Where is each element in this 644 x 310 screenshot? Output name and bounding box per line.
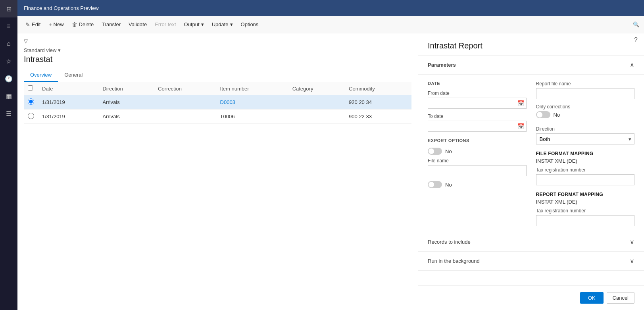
records-to-include-section-header[interactable]: Records to include ∨ — [418, 233, 644, 252]
cell-commodity-1: 920 20 34 — [345, 95, 411, 110]
delete-button[interactable]: 🗑 Delete — [69, 20, 97, 29]
file-format-tax-reg-group: Tax registration number — [536, 167, 635, 185]
list-icon[interactable]: ☰ — [0, 105, 17, 122]
report-file-name-input[interactable] — [536, 88, 635, 99]
left-nav: ⊞ ≡ ⌂ ☆ 🕐 ▦ ☰ — [0, 0, 17, 310]
report-format-section: REPORT FORMAT MAPPING INSTAT XML (DE) Ta… — [536, 192, 635, 226]
col-header-item-number: Item number — [216, 82, 288, 95]
options-button[interactable]: Options — [238, 20, 262, 29]
to-date-group: To date 📅 — [428, 114, 527, 132]
cell-date-2: 1/31/2019 — [38, 110, 98, 124]
validate-button[interactable]: Validate — [125, 20, 150, 29]
direction-group: Direction Both Arrivals Dispatches — [536, 126, 635, 144]
cell-category-1 — [288, 95, 345, 110]
run-in-background-section-header[interactable]: Run in the background ∨ — [418, 252, 644, 271]
file-format-tax-reg-label: Tax registration number — [536, 167, 635, 173]
tab-general[interactable]: General — [58, 69, 89, 82]
col-header-category: Category — [288, 82, 345, 95]
tab-overview[interactable]: Overview — [24, 69, 58, 82]
to-date-input[interactable] — [428, 121, 527, 132]
data-table: Date Direction Correction Item number Ca… — [24, 82, 411, 124]
report-file-name-label: Report file name — [536, 81, 635, 87]
output-button[interactable]: Output ▾ — [181, 20, 207, 29]
report-format-tax-reg-group: Tax registration number — [536, 208, 635, 226]
direction-select-wrapper: Both Arrivals Dispatches — [536, 133, 635, 144]
file-name-group: File name — [428, 158, 527, 176]
view-chevron-icon: ▾ — [58, 47, 61, 53]
report-file-name-group: Report file name — [536, 81, 635, 99]
new-button[interactable]: + New — [45, 20, 67, 29]
file-format-tax-reg-input[interactable] — [536, 174, 635, 185]
records-to-include-label: Records to include — [428, 239, 471, 245]
row-radio-2[interactable] — [28, 113, 34, 119]
ok-button[interactable]: OK — [580, 292, 604, 304]
from-date-calendar-icon[interactable]: 📅 — [517, 100, 524, 106]
view-selector[interactable]: Standard view ▾ — [24, 47, 411, 53]
search-icon[interactable]: 🔍 — [633, 21, 639, 27]
generate-file-toggle[interactable] — [428, 148, 442, 155]
col-header-date: Date — [38, 82, 98, 95]
col-header-correction: Correction — [154, 82, 216, 95]
generate-file-value: No — [445, 148, 452, 154]
cell-item-number-2: T0006 — [216, 110, 288, 124]
parameters-chevron-icon: ∧ — [630, 61, 634, 69]
direction-label: Direction — [536, 126, 635, 132]
generate-report-toggle[interactable] — [428, 181, 442, 188]
filter-icon[interactable]: ▽ — [24, 38, 28, 44]
file-format-mapping-value: INSTAT XML (DE) — [536, 158, 635, 164]
file-format-mapping-title: FILE FORMAT MAPPING — [536, 151, 635, 156]
cell-correction-1 — [154, 95, 216, 110]
update-button[interactable]: Update ▾ — [209, 20, 236, 29]
export-options-label: EXPORT OPTIONS — [428, 138, 527, 143]
generate-report-value: No — [445, 182, 452, 188]
cell-direction-1: Arrivals — [98, 95, 154, 110]
left-col: DATE From date 📅 To date — [428, 81, 527, 226]
cell-correction-2 — [154, 110, 216, 124]
panel-title: Intrastat Report — [428, 41, 634, 50]
home-icon[interactable]: ⌂ — [0, 35, 17, 52]
only-corrections-group: Only corrections No — [536, 104, 635, 121]
new-icon: + — [48, 21, 52, 28]
cell-item-number-1[interactable]: D0003 — [216, 95, 288, 110]
select-all-checkbox[interactable] — [28, 85, 33, 90]
help-icon[interactable]: ? — [634, 37, 638, 44]
edit-button[interactable]: ✎ Edit — [22, 20, 44, 29]
direction-select[interactable]: Both Arrivals Dispatches — [536, 133, 635, 144]
recent-icon[interactable]: 🕐 — [0, 70, 17, 87]
content-area: ▽ Standard view ▾ Intrastat Overview Gen… — [17, 33, 418, 310]
transfer-button[interactable]: Transfer — [98, 20, 124, 29]
row-radio-1[interactable] — [28, 98, 34, 105]
favorites-icon[interactable]: ☆ — [0, 52, 17, 70]
panel-footer: OK Cancel — [418, 285, 644, 310]
title-bar: Finance and Operations Preview — [17, 0, 644, 16]
file-name-input[interactable] — [428, 165, 527, 176]
run-bg-chevron-icon: ∨ — [630, 257, 634, 265]
col-header-commodity: Commodity — [345, 82, 411, 95]
to-date-calendar-icon[interactable]: 📅 — [517, 123, 524, 129]
edit-icon: ✎ — [25, 21, 30, 28]
table-row[interactable]: 1/31/2019 Arrivals T0006 900 22 33 — [24, 110, 411, 124]
report-format-tax-reg-label: Tax registration number — [536, 208, 635, 214]
workspaces-icon[interactable]: ▦ — [0, 87, 17, 105]
only-corrections-toggle[interactable] — [536, 111, 550, 118]
app-title: Finance and Operations Preview — [24, 5, 99, 11]
right-panel: ? Intrastat Report Parameters ∧ DATE Fro… — [418, 33, 644, 310]
col-header-direction: Direction — [98, 82, 154, 95]
report-format-tax-reg-input[interactable] — [536, 215, 635, 226]
file-format-section: FILE FORMAT MAPPING INSTAT XML (DE) Tax … — [536, 151, 635, 185]
cell-date-1: 1/31/2019 — [38, 95, 98, 110]
page-title: Intrastat — [24, 55, 411, 64]
table-row[interactable]: 1/31/2019 Arrivals D0003 920 20 34 — [24, 95, 411, 110]
report-format-mapping-title: REPORT FORMAT MAPPING — [536, 192, 635, 197]
parameters-section: DATE From date 📅 To date — [418, 75, 644, 233]
apps-icon[interactable]: ⊞ — [0, 0, 17, 17]
from-date-input-wrapper: 📅 — [428, 98, 527, 109]
intrastat-wrapper: ▽ Standard view ▾ Intrastat Overview Gen… — [17, 33, 644, 310]
from-date-input[interactable] — [428, 98, 527, 109]
error-text-button[interactable]: Error text — [152, 20, 179, 29]
cancel-button[interactable]: Cancel — [607, 292, 634, 304]
hamburger-icon[interactable]: ≡ — [0, 17, 17, 35]
parameters-section-header[interactable]: Parameters ∧ — [418, 56, 644, 75]
col-header-select — [24, 82, 38, 95]
report-format-mapping-value: INSTAT XML (DE) — [536, 199, 635, 205]
